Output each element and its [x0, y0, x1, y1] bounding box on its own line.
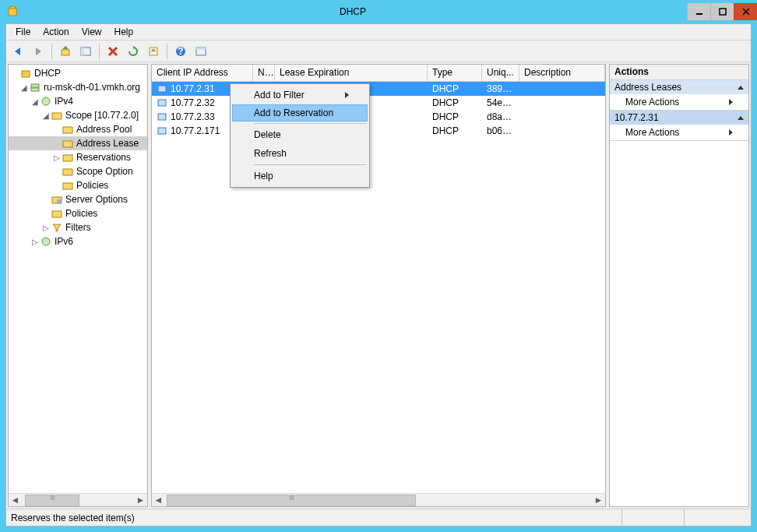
- collapse-icon[interactable]: ◢: [19, 83, 29, 92]
- close-button[interactable]: [734, 3, 757, 20]
- svg-marker-34: [53, 224, 61, 231]
- tree-scope-options[interactable]: Scope Option: [9, 164, 147, 178]
- up-button[interactable]: [57, 43, 74, 60]
- svg-rect-20: [196, 48, 206, 50]
- svg-rect-23: [31, 88, 39, 91]
- ctx-add-to-reservation[interactable]: Add to Reservation: [232, 104, 368, 122]
- tree-server[interactable]: ◢ ru-msk-dh-01.vmkh.org: [9, 80, 147, 94]
- scroll-right-icon[interactable]: ►: [134, 494, 147, 507]
- dhcp-window: DHCP File Action View Help ?: [0, 0, 757, 532]
- scroll-thumb[interactable]: [167, 495, 416, 506]
- svg-rect-28: [63, 155, 72, 161]
- show-hide-tree-button[interactable]: [77, 43, 94, 60]
- tree-server-options[interactable]: Server Options: [9, 192, 147, 206]
- collapse-icon: [738, 116, 744, 120]
- toolbar-separator: [99, 44, 100, 59]
- expand-icon[interactable]: ▷: [30, 238, 40, 246]
- svg-rect-2: [696, 13, 702, 15]
- ctx-help[interactable]: Help: [232, 167, 368, 185]
- col-name[interactable]: N...: [253, 65, 275, 81]
- lease-row[interactable]: 10.77.2.171 DHCP b065...: [152, 124, 605, 138]
- lease-row[interactable]: 10.77.2.33 DHCP d8a2...: [152, 110, 605, 124]
- ctx-delete[interactable]: Delete: [232, 125, 368, 144]
- lease-row[interactable]: 10.77.2.31 DHCP 3894...: [152, 82, 605, 96]
- col-lease[interactable]: Lease Expiration: [275, 65, 428, 81]
- lease-icon: [157, 97, 169, 109]
- tree-policies[interactable]: Policies: [9, 206, 147, 220]
- list-hscroll[interactable]: ◄ ►: [152, 493, 605, 506]
- help-button[interactable]: ?: [172, 43, 189, 60]
- ctx-separator: [254, 164, 367, 165]
- expand-icon[interactable]: ▷: [52, 153, 62, 162]
- col-type[interactable]: Type: [428, 65, 482, 81]
- menu-help[interactable]: Help: [108, 25, 140, 39]
- lease-row[interactable]: 10.77.2.32 DHCP 54e4...: [152, 96, 605, 110]
- actions-title-leases[interactable]: Address Leases: [610, 80, 748, 94]
- lease-list[interactable]: 10.77.2.31 DHCP 3894... 10.77.2.32 DHCP …: [152, 82, 605, 493]
- submenu-arrow-icon: [345, 92, 349, 98]
- collapse-icon[interactable]: ◢: [41, 111, 51, 120]
- scroll-left-icon[interactable]: ◄: [152, 494, 165, 507]
- toolbar-separator: [167, 44, 167, 59]
- tree-filters[interactable]: ▷ Filters: [9, 220, 147, 234]
- tree-address-pool[interactable]: Address Pool: [9, 122, 147, 136]
- tree-reservations[interactable]: ▷ Reservations: [9, 150, 147, 164]
- toolbar-separator: [51, 44, 52, 59]
- menu-view[interactable]: View: [76, 25, 108, 39]
- ctx-refresh[interactable]: Refresh: [232, 144, 368, 163]
- svg-point-32: [57, 199, 62, 204]
- ctx-add-to-filter[interactable]: Add to Filter: [232, 86, 368, 104]
- svg-rect-21: [22, 71, 30, 77]
- scroll-thumb[interactable]: [25, 495, 79, 506]
- svg-marker-9: [62, 46, 69, 49]
- tree-hscroll[interactable]: ◄ ►: [9, 493, 147, 506]
- tree-scope[interactable]: ◢ Scope [10.77.2.0]: [9, 108, 147, 122]
- folder-icon: [62, 179, 74, 192]
- ipv6-icon: [40, 235, 52, 248]
- scroll-right-icon[interactable]: ►: [592, 494, 605, 507]
- actions-header: Actions: [610, 65, 748, 80]
- menu-action[interactable]: Action: [37, 25, 75, 39]
- statusbar: Reserves the selected item(s): [6, 509, 751, 526]
- tree-ipv4[interactable]: ◢ IPv4: [9, 94, 147, 108]
- collapse-icon[interactable]: ◢: [30, 97, 40, 106]
- svg-rect-36: [158, 86, 166, 92]
- expand-icon[interactable]: ▷: [41, 224, 51, 232]
- tree-scope-policies[interactable]: Policies: [9, 178, 147, 192]
- dhcp-app-icon: [6, 5, 19, 18]
- action-more-leases[interactable]: More Actions: [610, 94, 748, 110]
- scroll-left-icon[interactable]: ◄: [9, 494, 22, 507]
- server-icon: [29, 81, 41, 93]
- actions-section-selected: 10.77.2.31 More Actions: [610, 111, 748, 141]
- col-unique[interactable]: Uniq...: [482, 65, 519, 81]
- action-more-selected[interactable]: More Actions: [610, 125, 748, 140]
- actions-pane: Actions Address Leases More Actions 10.7…: [609, 64, 749, 507]
- titlebar[interactable]: DHCP: [0, 0, 757, 23]
- actions-title-selected[interactable]: 10.77.2.31: [610, 111, 748, 125]
- properties-button[interactable]: [192, 43, 209, 60]
- svg-rect-3: [720, 9, 726, 15]
- col-description[interactable]: Description: [519, 65, 605, 81]
- tree-root-dhcp[interactable]: DHCP: [9, 66, 147, 80]
- svg-point-35: [42, 238, 50, 245]
- tree-address-leases[interactable]: Address Lease: [9, 136, 147, 150]
- lease-icon: [157, 111, 169, 123]
- lease-icon: [157, 83, 169, 95]
- refresh-button[interactable]: [125, 43, 142, 60]
- delete-button[interactable]: [104, 43, 121, 60]
- export-button[interactable]: [145, 43, 162, 60]
- back-button[interactable]: [9, 43, 26, 60]
- svg-rect-26: [63, 127, 72, 133]
- lease-list-pane: Client IP Address N... Lease Expiration …: [151, 64, 606, 507]
- submenu-arrow-icon: [729, 99, 733, 105]
- scope-tree[interactable]: DHCP ◢ ru-msk-dh-01.vmkh.org ◢ IPv4 ◢: [9, 65, 147, 493]
- minimize-button[interactable]: [687, 3, 710, 20]
- svg-rect-37: [158, 100, 166, 106]
- menu-file[interactable]: File: [9, 25, 37, 39]
- context-menu: Add to Filter Add to Reservation Delete …: [230, 83, 370, 188]
- tree-ipv6[interactable]: ▷ IPv6: [9, 234, 147, 248]
- col-ip[interactable]: Client IP Address: [152, 65, 253, 81]
- forward-button[interactable]: [30, 43, 47, 60]
- maximize-button[interactable]: [710, 3, 734, 20]
- ctx-separator: [254, 123, 367, 124]
